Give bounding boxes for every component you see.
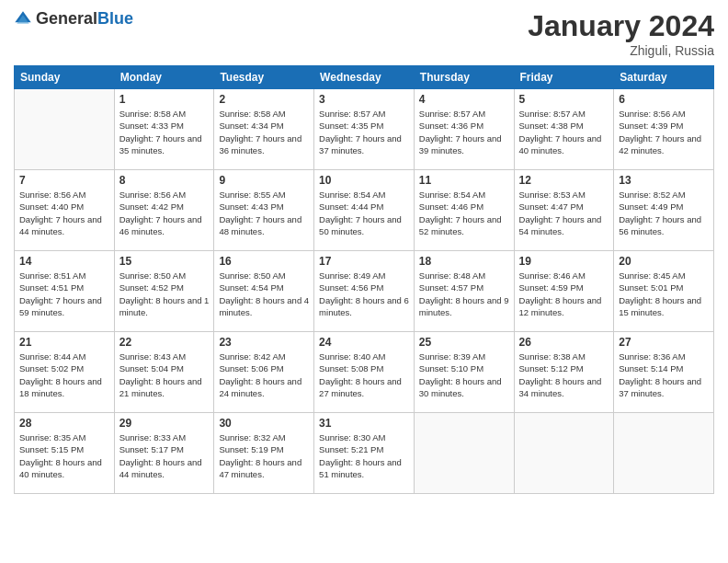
day-info: Sunrise: 8:32 AMSunset: 5:19 PMDaylight:…: [219, 431, 309, 480]
day-info: Sunrise: 8:40 AMSunset: 5:08 PMDaylight:…: [319, 350, 409, 399]
day-number: 12: [519, 174, 609, 187]
day-number: 8: [119, 174, 210, 187]
day-number: 28: [19, 417, 109, 430]
day-number: 21: [19, 336, 109, 349]
day-info: Sunrise: 8:36 AMSunset: 5:14 PMDaylight:…: [619, 350, 709, 399]
title-section: January 2024 Zhiguli, Russia: [528, 9, 714, 58]
calendar-cell: [614, 413, 714, 494]
day-info: Sunrise: 8:48 AMSunset: 4:57 PMDaylight:…: [419, 270, 509, 318]
weekday-header: Saturday: [614, 66, 714, 89]
calendar-cell: 23Sunrise: 8:42 AMSunset: 5:06 PMDayligh…: [214, 332, 314, 413]
day-info: Sunrise: 8:54 AMSunset: 4:46 PMDaylight:…: [419, 189, 509, 237]
day-number: 17: [319, 255, 409, 268]
day-info: Sunrise: 8:38 AMSunset: 5:12 PMDaylight:…: [519, 350, 609, 399]
calendar: SundayMondayTuesdayWednesdayThursdayFrid…: [14, 65, 714, 494]
day-number: 25: [419, 336, 509, 349]
day-info: Sunrise: 8:58 AMSunset: 4:33 PMDaylight:…: [119, 108, 210, 156]
day-info: Sunrise: 8:50 AMSunset: 4:54 PMDaylight:…: [219, 270, 309, 318]
calendar-cell: 7Sunrise: 8:56 AMSunset: 4:40 PMDaylight…: [15, 170, 115, 251]
day-number: 6: [619, 93, 709, 106]
calendar-cell: 1Sunrise: 8:58 AMSunset: 4:33 PMDaylight…: [114, 89, 214, 170]
day-number: 20: [619, 255, 709, 268]
calendar-cell: 24Sunrise: 8:40 AMSunset: 5:08 PMDayligh…: [314, 332, 415, 413]
day-number: 29: [119, 417, 210, 430]
calendar-cell: 18Sunrise: 8:48 AMSunset: 4:57 PMDayligh…: [414, 251, 514, 332]
weekday-header: Tuesday: [214, 66, 314, 89]
day-number: 1: [119, 93, 210, 106]
calendar-cell: 22Sunrise: 8:43 AMSunset: 5:04 PMDayligh…: [114, 332, 214, 413]
day-number: 2: [219, 93, 309, 106]
day-info: Sunrise: 8:55 AMSunset: 4:43 PMDaylight:…: [219, 189, 309, 237]
day-info: Sunrise: 8:33 AMSunset: 5:17 PMDaylight:…: [119, 431, 210, 480]
calendar-cell: 30Sunrise: 8:32 AMSunset: 5:19 PMDayligh…: [214, 413, 314, 494]
weekday-header: Sunday: [15, 66, 115, 89]
day-number: 30: [219, 417, 309, 430]
day-info: Sunrise: 8:46 AMSunset: 4:59 PMDaylight:…: [519, 270, 609, 318]
day-info: Sunrise: 8:49 AMSunset: 4:56 PMDaylight:…: [319, 270, 409, 318]
calendar-cell: 29Sunrise: 8:33 AMSunset: 5:17 PMDayligh…: [114, 413, 214, 494]
calendar-cell: 27Sunrise: 8:36 AMSunset: 5:14 PMDayligh…: [614, 332, 714, 413]
calendar-cell: 8Sunrise: 8:56 AMSunset: 4:42 PMDaylight…: [114, 170, 214, 251]
calendar-cell: 10Sunrise: 8:54 AMSunset: 4:44 PMDayligh…: [314, 170, 415, 251]
calendar-cell: [514, 413, 614, 494]
calendar-cell: 12Sunrise: 8:53 AMSunset: 4:47 PMDayligh…: [514, 170, 614, 251]
day-info: Sunrise: 8:35 AMSunset: 5:15 PMDaylight:…: [19, 431, 109, 480]
day-number: 10: [319, 174, 409, 187]
day-number: 27: [619, 336, 709, 349]
day-info: Sunrise: 8:43 AMSunset: 5:04 PMDaylight:…: [119, 350, 210, 399]
day-info: Sunrise: 8:52 AMSunset: 4:49 PMDaylight:…: [619, 189, 709, 237]
calendar-week-row: 1Sunrise: 8:58 AMSunset: 4:33 PMDaylight…: [15, 89, 714, 170]
calendar-cell: 17Sunrise: 8:49 AMSunset: 4:56 PMDayligh…: [314, 251, 415, 332]
calendar-week-row: 28Sunrise: 8:35 AMSunset: 5:15 PMDayligh…: [15, 413, 714, 494]
calendar-cell: 16Sunrise: 8:50 AMSunset: 4:54 PMDayligh…: [214, 251, 314, 332]
day-number: 3: [319, 93, 409, 106]
calendar-cell: [414, 413, 514, 494]
day-number: 11: [419, 174, 509, 187]
day-info: Sunrise: 8:58 AMSunset: 4:34 PMDaylight:…: [219, 108, 309, 156]
day-number: 31: [319, 417, 409, 430]
calendar-cell: 15Sunrise: 8:50 AMSunset: 4:52 PMDayligh…: [114, 251, 214, 332]
day-number: 9: [219, 174, 309, 187]
day-info: Sunrise: 8:50 AMSunset: 4:52 PMDaylight:…: [119, 270, 210, 318]
month-title: January 2024: [528, 9, 714, 43]
calendar-cell: 11Sunrise: 8:54 AMSunset: 4:46 PMDayligh…: [414, 170, 514, 251]
day-number: 19: [519, 255, 609, 268]
day-number: 13: [619, 174, 709, 187]
calendar-cell: 3Sunrise: 8:57 AMSunset: 4:35 PMDaylight…: [314, 89, 415, 170]
day-info: Sunrise: 8:54 AMSunset: 4:44 PMDaylight:…: [319, 189, 409, 237]
calendar-cell: [15, 89, 115, 170]
logo-icon: [14, 10, 32, 29]
day-info: Sunrise: 8:39 AMSunset: 5:10 PMDaylight:…: [419, 350, 509, 399]
logo-general: General: [36, 9, 97, 28]
calendar-cell: 14Sunrise: 8:51 AMSunset: 4:51 PMDayligh…: [15, 251, 115, 332]
weekday-header: Wednesday: [314, 66, 415, 89]
day-info: Sunrise: 8:44 AMSunset: 5:02 PMDaylight:…: [19, 350, 109, 399]
location: Zhiguli, Russia: [528, 43, 714, 58]
day-number: 14: [19, 255, 109, 268]
logo-blue: Blue: [97, 9, 133, 28]
day-number: 4: [419, 93, 509, 106]
calendar-header-row: SundayMondayTuesdayWednesdayThursdayFrid…: [15, 66, 714, 89]
calendar-cell: 28Sunrise: 8:35 AMSunset: 5:15 PMDayligh…: [15, 413, 115, 494]
weekday-header: Friday: [514, 66, 614, 89]
logo-text: GeneralBlue: [36, 9, 133, 29]
calendar-week-row: 7Sunrise: 8:56 AMSunset: 4:40 PMDaylight…: [15, 170, 714, 251]
calendar-week-row: 14Sunrise: 8:51 AMSunset: 4:51 PMDayligh…: [15, 251, 714, 332]
day-info: Sunrise: 8:30 AMSunset: 5:21 PMDaylight:…: [319, 431, 409, 480]
day-number: 7: [19, 174, 109, 187]
day-info: Sunrise: 8:53 AMSunset: 4:47 PMDaylight:…: [519, 189, 609, 237]
calendar-cell: 26Sunrise: 8:38 AMSunset: 5:12 PMDayligh…: [514, 332, 614, 413]
weekday-header: Monday: [114, 66, 214, 89]
day-info: Sunrise: 8:42 AMSunset: 5:06 PMDaylight:…: [219, 350, 309, 399]
calendar-cell: 6Sunrise: 8:56 AMSunset: 4:39 PMDaylight…: [614, 89, 714, 170]
main-container: GeneralBlue January 2024 Zhiguli, Russia…: [0, 0, 728, 563]
day-number: 16: [219, 255, 309, 268]
day-number: 24: [319, 336, 409, 349]
day-info: Sunrise: 8:57 AMSunset: 4:35 PMDaylight:…: [319, 108, 409, 156]
day-number: 22: [119, 336, 210, 349]
day-number: 26: [519, 336, 609, 349]
logo: GeneralBlue: [14, 9, 133, 29]
calendar-cell: 13Sunrise: 8:52 AMSunset: 4:49 PMDayligh…: [614, 170, 714, 251]
weekday-header: Thursday: [414, 66, 514, 89]
calendar-cell: 19Sunrise: 8:46 AMSunset: 4:59 PMDayligh…: [514, 251, 614, 332]
